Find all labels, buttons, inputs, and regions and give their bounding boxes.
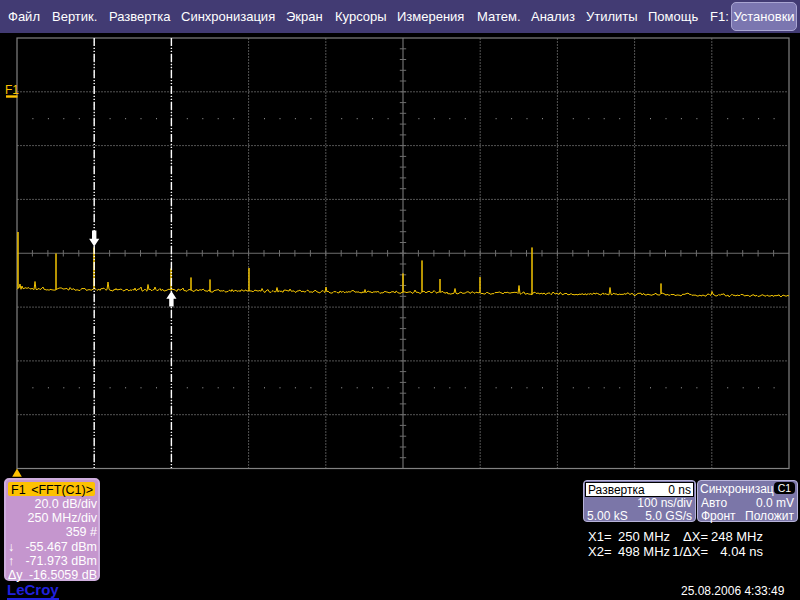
svg-text:F1: F1 (5, 83, 19, 97)
